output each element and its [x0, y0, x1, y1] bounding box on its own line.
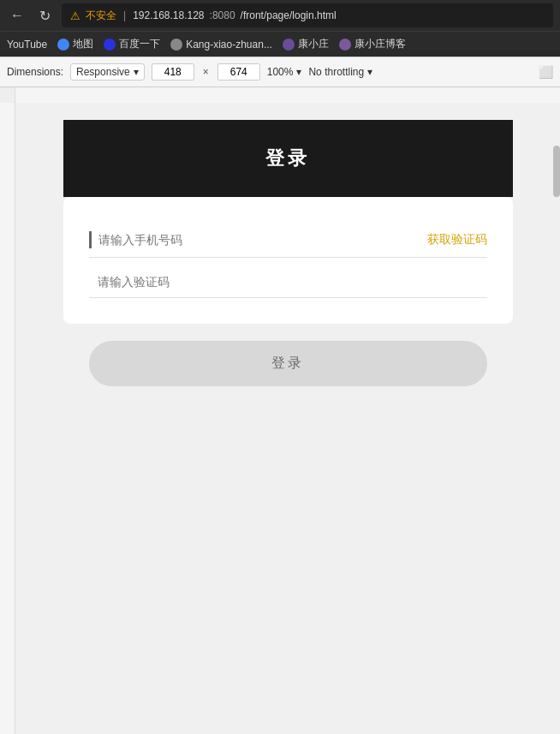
responsive-label: Responsive: [76, 66, 130, 78]
code-input[interactable]: [89, 275, 487, 289]
kangblog-icon: [339, 39, 351, 51]
responsive-select[interactable]: Responsive ▾: [70, 63, 145, 81]
responsive-chevron: ▾: [134, 66, 139, 78]
horizontal-ruler: [15, 87, 560, 103]
kangxiaozhuang-icon: [283, 39, 295, 51]
baidu-label: 百度一下: [119, 37, 160, 51]
devtools-toolbar: Dimensions: Responsive ▾ × 100% ▾ No thr…: [0, 57, 560, 87]
height-input[interactable]: [217, 63, 260, 81]
phone-input[interactable]: [98, 233, 427, 247]
kangblog-label: 康小庄博客: [354, 37, 406, 51]
login-btn-wrapper: 登录: [63, 324, 513, 386]
vertical-ruler: [0, 103, 15, 734]
bookmark-maps[interactable]: 地图: [57, 37, 93, 51]
separator: |: [123, 9, 126, 21]
back-button[interactable]: ←: [7, 5, 27, 26]
ruler-corner: [0, 87, 15, 103]
throttle-chevron: ▾: [367, 66, 372, 78]
youtube-label: YouTube: [7, 39, 47, 51]
dimensions-label: Dimensions:: [7, 66, 63, 78]
device-frame: 登录 获取验证码 登录: [63, 120, 513, 668]
dimension-x: ×: [203, 66, 209, 78]
get-code-button[interactable]: 获取验证码: [427, 232, 487, 248]
throttle-label: No throttling: [308, 66, 364, 78]
maps-label: 地图: [73, 37, 93, 51]
login-title: 登录: [265, 146, 310, 171]
bookmark-youtube[interactable]: YouTube: [7, 39, 47, 51]
zoom-chevron: ▾: [296, 66, 301, 78]
page-outer: 登录 获取验证码 登录: [15, 103, 560, 734]
page-area: 登录 获取验证码 登录: [15, 103, 560, 734]
insecure-label: 不安全: [86, 9, 116, 23]
bookmark-kangblog[interactable]: 康小庄博客: [339, 37, 406, 51]
url-host: 192.168.18.128: [133, 9, 204, 21]
title-bar: ← ↻ ⚠ 不安全 | 192.168.18.128 :8080 /front/…: [0, 0, 560, 31]
kang-icon: [170, 39, 182, 51]
ruler-row: [0, 87, 560, 103]
login-button[interactable]: 登录: [89, 341, 487, 386]
bookmark-kangxiaozhuang[interactable]: 康小庄: [283, 37, 329, 51]
code-field[interactable]: [89, 266, 487, 298]
device-icon[interactable]: ⬜: [539, 65, 553, 79]
bookmark-baidu[interactable]: 百度一下: [104, 37, 160, 51]
zoom-label: 100%: [267, 66, 294, 78]
address-bar[interactable]: ⚠ 不安全 | 192.168.18.128 :8080 /front/page…: [62, 3, 553, 27]
bookmarks-bar: YouTube 地图 百度一下 Kang-xiao-zhuan... 康小庄 康…: [0, 31, 560, 57]
phone-border: [89, 231, 92, 248]
login-header: 登录: [63, 120, 513, 197]
throttle-select[interactable]: No throttling ▾: [308, 66, 372, 78]
warning-icon: ⚠: [70, 9, 80, 22]
kangxiaozhuang-label: 康小庄: [298, 37, 329, 51]
kang-label: Kang-xiao-zhuan...: [186, 39, 272, 51]
baidu-icon: [104, 39, 116, 51]
reload-button[interactable]: ↻: [34, 5, 55, 26]
login-form-card: 获取验证码: [63, 197, 513, 324]
url-path: /front/page/login.html: [241, 9, 337, 21]
maps-icon: [57, 39, 69, 51]
url-port: :8080: [210, 9, 235, 21]
width-input[interactable]: [152, 63, 194, 81]
scroll-indicator[interactable]: [553, 146, 560, 197]
bookmark-kang[interactable]: Kang-xiao-zhuan...: [170, 39, 272, 51]
phone-field[interactable]: 获取验证码: [89, 223, 487, 258]
page-wrapper: 登录 获取验证码 登录: [0, 103, 560, 734]
zoom-select[interactable]: 100% ▾: [267, 66, 302, 78]
